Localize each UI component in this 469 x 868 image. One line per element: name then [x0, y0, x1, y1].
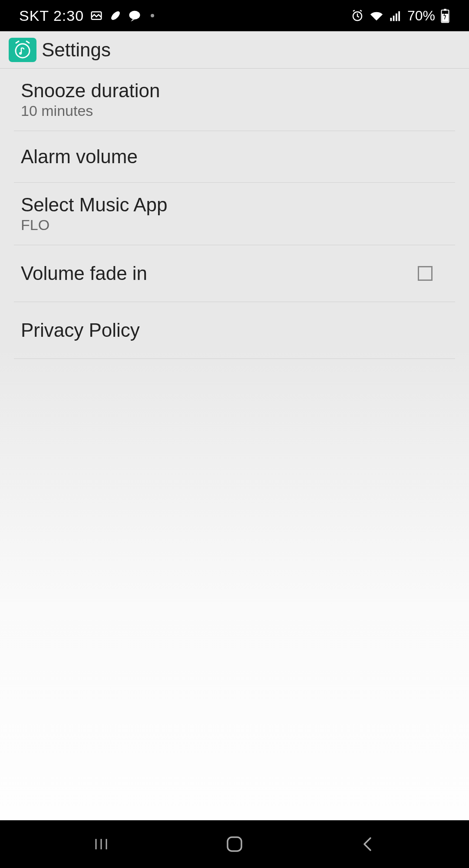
setting-value: 10 minutes: [21, 102, 160, 119]
setting-alarm-volume[interactable]: Alarm volume: [14, 131, 455, 183]
app-icon: [9, 38, 36, 62]
chat-icon: [128, 9, 141, 22]
svg-point-12: [19, 52, 22, 55]
settings-list: Snooze duration 10 minutes Alarm volume …: [0, 69, 469, 820]
status-bar: SKT 2:30 70%: [0, 0, 469, 31]
setting-title: Privacy Policy: [21, 319, 140, 341]
svg-rect-5: [393, 16, 395, 21]
more-dot-icon: [151, 14, 154, 17]
battery-percent: 70%: [407, 8, 435, 24]
status-left: SKT 2:30: [19, 7, 154, 24]
setting-value: FLO: [21, 217, 168, 233]
image-icon: [90, 9, 103, 22]
page-title: Settings: [42, 39, 111, 61]
signal-icon: [389, 9, 402, 22]
wifi-icon: [369, 9, 384, 22]
back-button[interactable]: [355, 831, 381, 857]
volume-fade-checkbox[interactable]: [418, 266, 433, 281]
navigation-bar: [0, 820, 469, 868]
svg-rect-9: [444, 9, 446, 10]
status-right: 70%: [351, 8, 450, 24]
setting-title: Alarm volume: [21, 146, 138, 168]
setting-volume-fade[interactable]: Volume fade in: [14, 245, 455, 302]
setting-privacy-policy[interactable]: Privacy Policy: [14, 302, 455, 359]
setting-title: Snooze duration: [21, 80, 160, 102]
setting-title: Volume fade in: [21, 263, 147, 284]
recent-apps-button[interactable]: [88, 831, 114, 857]
home-button[interactable]: [221, 831, 248, 857]
setting-snooze-duration[interactable]: Snooze duration 10 minutes: [14, 69, 455, 131]
battery-icon: [440, 8, 450, 23]
setting-title: Select Music App: [21, 194, 168, 216]
svg-point-2: [129, 11, 140, 20]
svg-rect-6: [396, 13, 397, 21]
app-bar: Settings: [0, 31, 469, 69]
svg-rect-4: [390, 18, 392, 21]
svg-rect-7: [398, 11, 400, 21]
alarm-icon: [351, 9, 364, 22]
carrier-time: SKT 2:30: [19, 7, 84, 24]
svg-rect-16: [228, 837, 241, 851]
svg-point-1: [110, 10, 122, 22]
svg-point-11: [16, 44, 30, 58]
setting-music-app[interactable]: Select Music App FLO: [14, 183, 455, 245]
pill-icon: [109, 9, 122, 22]
